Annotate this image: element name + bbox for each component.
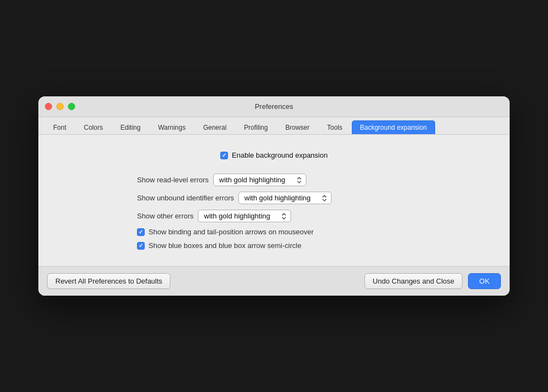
settings-area: Enable background expansion Show read-le…	[137, 151, 411, 250]
footer-right: Undo Changes and Close OK	[364, 273, 501, 289]
unbound-errors-select[interactable]: with gold highlighting without highlight…	[238, 192, 332, 204]
unbound-errors-row: Show unbound identifier errors with gold…	[137, 192, 332, 204]
blue-boxes-checkbox-label[interactable]: Show blue boxes and blue box arrow semi-…	[137, 241, 301, 250]
revert-button[interactable]: Revert All Preferences to Defaults	[47, 273, 170, 289]
tab-browser[interactable]: Browser	[277, 120, 318, 134]
unbound-errors-select-wrapper: with gold highlighting without highlight…	[238, 192, 332, 204]
tab-tools[interactable]: Tools	[319, 120, 351, 134]
tab-bar: Font Colors Editing Warnings General Pro…	[38, 117, 510, 135]
binding-arrows-row: Show binding and tail-position arrows on…	[137, 228, 313, 236]
tab-background-expansion[interactable]: Background expansion	[352, 120, 435, 134]
tab-colors[interactable]: Colors	[76, 120, 111, 134]
other-errors-label: Show other errors	[137, 212, 193, 220]
window-title: Preferences	[255, 102, 293, 111]
read-errors-select[interactable]: with gold highlighting without highlight…	[213, 174, 306, 186]
maximize-button[interactable]	[68, 103, 75, 110]
content-area: Enable background expansion Show read-le…	[38, 135, 510, 266]
preferences-window: Preferences Font Colors Editing Warnings…	[38, 96, 510, 296]
footer: Revert All Preferences to Defaults Undo …	[38, 266, 510, 296]
binding-arrows-checkbox[interactable]	[137, 228, 145, 236]
enable-row: Enable background expansion	[220, 151, 328, 159]
enable-label: Enable background expansion	[232, 151, 328, 159]
other-errors-select-wrapper: with gold highlighting without highlight…	[198, 210, 291, 222]
tab-general[interactable]: General	[195, 120, 235, 134]
read-errors-select-wrapper: with gold highlighting without highlight…	[213, 174, 306, 186]
blue-boxes-checkbox[interactable]	[137, 242, 145, 250]
undo-close-button[interactable]: Undo Changes and Close	[364, 273, 463, 289]
binding-arrows-label: Show binding and tail-position arrows on…	[149, 228, 313, 236]
tab-profiling[interactable]: Profiling	[236, 120, 276, 134]
other-errors-select[interactable]: with gold highlighting without highlight…	[198, 210, 291, 222]
tab-warnings[interactable]: Warnings	[150, 120, 193, 134]
tab-editing[interactable]: Editing	[112, 120, 149, 134]
tab-font[interactable]: Font	[45, 120, 75, 134]
blue-boxes-row: Show blue boxes and blue box arrow semi-…	[137, 241, 301, 250]
unbound-errors-label: Show unbound identifier errors	[137, 194, 234, 202]
minimize-button[interactable]	[56, 103, 64, 110]
close-button[interactable]	[45, 103, 52, 110]
read-errors-label: Show read-level errors	[137, 176, 209, 184]
binding-arrows-checkbox-label[interactable]: Show binding and tail-position arrows on…	[137, 228, 313, 236]
enable-background-expansion-checkbox-label[interactable]: Enable background expansion	[220, 151, 328, 159]
other-errors-row: Show other errors with gold highlighting…	[137, 210, 291, 222]
traffic-lights	[45, 103, 75, 110]
blue-boxes-label: Show blue boxes and blue box arrow semi-…	[149, 241, 301, 250]
titlebar: Preferences	[38, 96, 510, 117]
enable-checkbox[interactable]	[220, 152, 228, 159]
read-errors-row: Show read-level errors with gold highlig…	[137, 174, 306, 186]
ok-button[interactable]: OK	[468, 273, 501, 289]
